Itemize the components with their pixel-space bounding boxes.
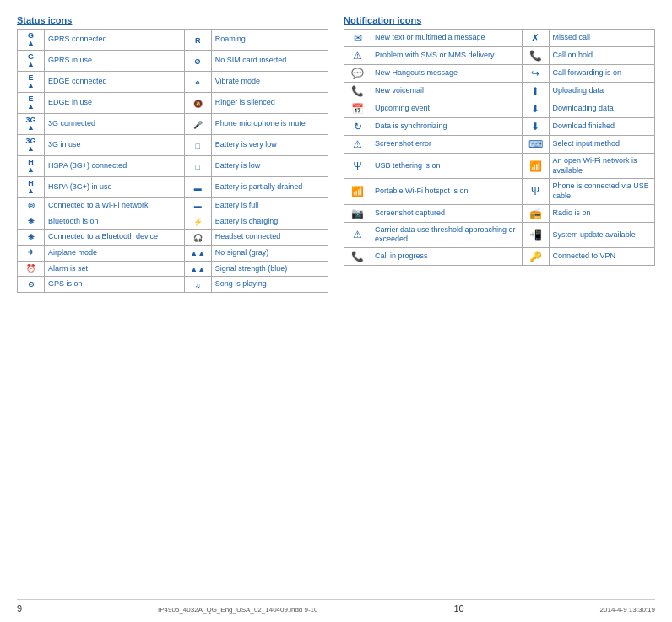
notif-label-8: Portable Wi-Fi hotspot is on (371, 179, 523, 204)
status-title: Status icons (17, 15, 328, 25)
status-label2-12: Signal strength (blue) (211, 261, 328, 277)
status-label2-8: Battery is full (211, 198, 328, 214)
notif-icon-8: 📶 (344, 179, 371, 204)
status-label2-5: Battery is very low (211, 135, 328, 156)
status-icon-10: ❋ (18, 230, 45, 246)
status-icon2-12: ▲▲ (184, 261, 211, 277)
status-icon-8: ◎ (18, 198, 45, 214)
status-label-0: GPRS connected (45, 30, 185, 51)
status-label-3: EDGE in use (45, 93, 185, 114)
table-row: E▲ EDGE connected ⋄ Vibrate mode (18, 72, 328, 93)
status-label2-11: No signal (gray) (211, 246, 328, 262)
status-icon2-3: 🔕 (184, 93, 211, 114)
status-label2-0: Roaming (211, 30, 328, 51)
table-row: 📷 Screenshot captured 📻 Radio is on (344, 204, 655, 222)
notif-icon-3: 📞 (344, 83, 371, 100)
status-icon2-1: ⊘ (184, 51, 211, 72)
notif-icon2-8: Ψ (522, 179, 549, 204)
status-label-13: GPS is on (45, 277, 185, 293)
table-row: ⚠ Problem with SMS or MMS delivery 📞 Cal… (344, 47, 655, 65)
status-icon-7: H▲ (18, 177, 45, 198)
status-label-7: HSPA (3G+) in use (45, 177, 185, 198)
notif-label2-5: Download finished (549, 118, 654, 136)
content-row: Status icons G▲ GPRS connected R Roaming… (17, 15, 655, 591)
table-row: ⏰ Alarm is set ▲▲ Signal strength (blue) (18, 261, 328, 277)
notif-label-11: Call in progress (371, 248, 523, 266)
notif-icon2-2: ↪ (522, 65, 549, 83)
notif-icon-10: ⚠ (344, 222, 371, 247)
notif-icon2-6: ⌨ (522, 136, 549, 154)
status-label-4: 3G connected (45, 114, 185, 135)
notif-icon-1: ⚠ (344, 47, 371, 65)
notif-label-10: Carrier data use threshold approaching o… (371, 222, 523, 247)
table-row: ⚠ Carrier data use threshold approaching… (344, 222, 655, 247)
notif-icon2-10: 📲 (522, 222, 549, 247)
status-icon2-2: ⋄ (184, 72, 211, 93)
notif-label2-2: Call forwarding is on (549, 65, 654, 83)
notif-label-9: Screenshot captured (371, 204, 523, 222)
status-label2-6: Battery is low (211, 156, 328, 177)
notif-icon2-4: ⬇ (522, 100, 549, 118)
table-row: ↻ Data is synchronizing ⬇ Download finis… (344, 118, 655, 136)
status-icon2-10: 🎧 (184, 230, 211, 246)
status-label-12: Alarm is set (45, 261, 185, 277)
status-section: Status icons G▲ GPRS connected R Roaming… (17, 15, 328, 591)
table-row: H▲ HSPA (3G+) connected □ Battery is low (18, 156, 328, 177)
notif-icon2-1: 📞 (522, 47, 549, 65)
notif-icon2-9: 📻 (522, 204, 549, 222)
table-row: ⊙ GPS is on ♫ Song is playing (18, 277, 328, 293)
status-icon-6: H▲ (18, 156, 45, 177)
notif-icon2-3: ⬆ (522, 83, 549, 100)
table-row: 📅 Upcoming event ⬇ Downloading data (344, 100, 655, 118)
table-row: Ψ USB tethering is on 📶 An open Wi-Fi ne… (344, 154, 655, 179)
notif-label-2: New Hangouts message (371, 65, 523, 83)
status-icon2-0: R (184, 30, 211, 51)
status-icon2-5: □ (184, 135, 211, 156)
status-label-8: Connected to a Wi-Fi network (45, 198, 185, 214)
footer-date: 2014-4-9 13:30:19 (600, 606, 655, 614)
status-label2-7: Battery is partially drained (211, 177, 328, 198)
table-row: 3G▲ 3G in use □ Battery is very low (18, 135, 328, 156)
notif-label-4: Upcoming event (371, 100, 523, 118)
table-row: ✉ New text or multimedia message ✗ Misse… (344, 30, 655, 47)
table-row: ❋ Connected to a Bluetooth device 🎧 Head… (18, 230, 328, 246)
table-row: E▲ EDGE in use 🔕 Ringer is silenced (18, 93, 328, 114)
status-icon2-4: 🎤 (184, 114, 211, 135)
notif-icon-0: ✉ (344, 30, 371, 47)
status-icon-5: 3G▲ (18, 135, 45, 156)
page-num-left: 9 (17, 603, 22, 614)
status-icon-13: ⊙ (18, 277, 45, 293)
notif-label-0: New text or multimedia message (371, 30, 523, 47)
status-label-11: Airplane mode (45, 246, 185, 262)
status-icon-11: ✈ (18, 246, 45, 262)
notification-title: Notification icons (344, 15, 655, 25)
status-label2-9: Battery is charging (211, 214, 328, 230)
status-icon-12: ⏰ (18, 261, 45, 277)
table-row: ❋ Bluetooth is on ⚡ Battery is charging (18, 214, 328, 230)
status-icon2-7: ▬ (184, 177, 211, 198)
notif-icon-4: 📅 (344, 100, 371, 118)
notif-label-6: Screenshot error (371, 136, 523, 154)
status-label-6: HSPA (3G+) connected (45, 156, 185, 177)
table-row: 📶 Portable Wi-Fi hotspot is on Ψ Phone i… (344, 179, 655, 204)
notif-label-1: Problem with SMS or MMS delivery (371, 47, 523, 65)
status-icon2-13: ♫ (184, 277, 211, 293)
page-num-right: 10 (453, 603, 463, 614)
status-label-1: GPRS in use (45, 51, 185, 72)
notif-icon-2: 💬 (344, 65, 371, 83)
notif-label2-7: An open Wi-Fi network is available (549, 154, 654, 179)
status-icon-0: G▲ (18, 30, 45, 51)
table-row: H▲ HSPA (3G+) in use ▬ Battery is partia… (18, 177, 328, 198)
notif-label2-3: Uploading data (549, 83, 654, 100)
table-row: G▲ GPRS connected R Roaming (18, 30, 328, 51)
footer-file: IP4905_4032A_QG_Eng_USA_02_140409.indd 9… (158, 606, 318, 614)
notif-label-3: New voicemail (371, 83, 523, 100)
notif-label2-1: Call on hold (549, 47, 654, 65)
notif-label2-11: Connected to VPN (549, 248, 654, 266)
status-label2-3: Ringer is silenced (211, 93, 328, 114)
notif-label-5: Data is synchronizing (371, 118, 523, 136)
notif-icon-7: Ψ (344, 154, 371, 179)
table-row: 💬 New Hangouts message ↪ Call forwarding… (344, 65, 655, 83)
notif-icon-9: 📷 (344, 204, 371, 222)
status-label2-1: No SIM card inserted (211, 51, 328, 72)
